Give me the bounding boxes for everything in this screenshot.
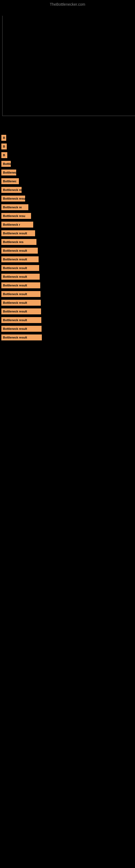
bottleneck-label: Bottleneck result bbox=[1, 274, 40, 280]
bottom-spacer bbox=[0, 343, 135, 506]
bottleneck-label: Bottleneck result bbox=[1, 291, 41, 297]
list-item: Bottleneck result bbox=[1, 264, 134, 272]
bottleneck-label: Bottleneck resu bbox=[1, 213, 31, 219]
list-item: Bottleneck r bbox=[1, 220, 134, 229]
list-item: Bottleneck result bbox=[1, 290, 134, 298]
bottleneck-label: Bottleneck res bbox=[1, 239, 37, 245]
bottleneck-label: Bottleneck result bbox=[1, 335, 42, 340]
list-item: Bottleneck res bbox=[1, 238, 134, 246]
list-item: B bbox=[1, 134, 134, 142]
bottleneck-label: Bottlen bbox=[1, 161, 11, 167]
list-item: B bbox=[1, 143, 134, 151]
list-item: Bottleneck result bbox=[1, 273, 134, 281]
list-item: Bottleneck re bbox=[1, 203, 134, 211]
list-item: Bottlen bbox=[1, 160, 134, 168]
list-item: Bottleneck result bbox=[1, 194, 134, 203]
list-item: Bottleneck r bbox=[1, 168, 134, 177]
list-item: Bottleneck result bbox=[1, 307, 134, 315]
list-item: Bottleneck result bbox=[1, 333, 134, 341]
bottleneck-label: Bottleneck result bbox=[1, 248, 38, 254]
main-chart bbox=[0, 8, 135, 116]
bottleneck-label: Bottleneck result bbox=[1, 230, 35, 236]
list-item: Bottleneck result bbox=[1, 247, 134, 255]
y-axis bbox=[2, 16, 3, 116]
bottleneck-label: Bottleneck result bbox=[1, 326, 42, 332]
bottleneck-label: Bottleneck re bbox=[1, 187, 21, 193]
list-item: Bottleneck result bbox=[1, 316, 134, 324]
bottleneck-label: Bottlenec bbox=[1, 178, 19, 184]
list-item: Bottleneck result bbox=[1, 255, 134, 264]
bottleneck-label: Bottleneck result bbox=[1, 256, 39, 262]
list-item: Bottleneck result bbox=[1, 325, 134, 333]
list-item: Bottleneck result bbox=[1, 229, 134, 237]
x-axis bbox=[2, 116, 135, 116]
bottleneck-label: B bbox=[1, 144, 7, 150]
list-item: B bbox=[1, 151, 134, 159]
list-item: Bottleneck re bbox=[1, 186, 134, 194]
bottleneck-label: B bbox=[1, 152, 7, 158]
bottleneck-label: Bottleneck result bbox=[1, 195, 25, 202]
bottleneck-label: B bbox=[1, 135, 6, 141]
list-item: Bottleneck result bbox=[1, 281, 134, 289]
list-item: Bottleneck resu bbox=[1, 212, 134, 220]
bottleneck-label: Bottleneck result bbox=[1, 300, 41, 306]
site-title: TheBottlenecker.com bbox=[0, 0, 135, 8]
bottleneck-label: Bottleneck r bbox=[1, 169, 16, 176]
bottleneck-label: Bottleneck result bbox=[1, 265, 39, 271]
bottleneck-label: Bottleneck result bbox=[1, 317, 41, 323]
bottleneck-label: Bottleneck result bbox=[1, 282, 40, 288]
bottleneck-label: Bottleneck r bbox=[1, 222, 33, 227]
chart-spacer bbox=[0, 116, 135, 132]
list-item: Bottleneck result bbox=[1, 299, 134, 307]
bottleneck-label: Bottleneck re bbox=[1, 204, 28, 210]
bottleneck-label: Bottleneck result bbox=[1, 308, 41, 314]
list-item: Bottlenec bbox=[1, 177, 134, 185]
bottleneck-list: BBBBottlenBottleneck rBottlenecBottlenec… bbox=[0, 132, 135, 343]
